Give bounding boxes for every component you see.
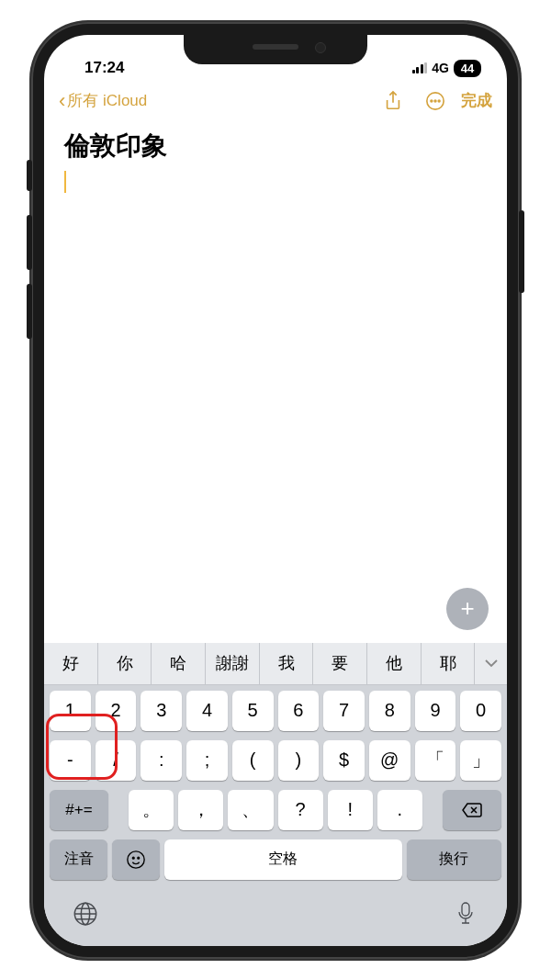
volume-up-button	[27, 215, 32, 270]
network-label: 4G	[432, 61, 449, 75]
key-exclaim[interactable]: !	[328, 790, 373, 830]
suggestion-item[interactable]: 他	[367, 643, 422, 684]
suggestion-item[interactable]: 耶	[422, 643, 476, 684]
emoji-icon	[126, 850, 146, 870]
status-time: 17:24	[70, 59, 124, 77]
key-6[interactable]: 6	[278, 691, 320, 731]
key-rbracket[interactable]: 」	[460, 740, 501, 781]
power-button	[519, 210, 524, 293]
share-icon	[383, 90, 403, 112]
keyboard: 好 你 哈 謝謝 我 要 他 耶 1 2 3 4 5 6	[44, 643, 507, 946]
notch	[184, 35, 367, 64]
key-enumeration[interactable]: 、	[228, 790, 273, 830]
backspace-icon	[461, 802, 483, 818]
chevron-left-icon: ‹	[59, 89, 65, 113]
suggestion-expand[interactable]	[475, 643, 507, 684]
signal-icon	[412, 62, 428, 73]
key-colon[interactable]: :	[141, 740, 182, 781]
phone-frame: 17:24 4G 44 ‹ 所有 iCloud	[31, 22, 520, 959]
return-key[interactable]: 換行	[407, 839, 501, 880]
key-period-cjk[interactable]: 。	[129, 790, 174, 830]
back-button[interactable]: ‹ 所有 iCloud	[59, 89, 147, 113]
volume-down-button	[27, 284, 32, 339]
key-lbracket[interactable]: 「	[415, 740, 456, 781]
key-question[interactable]: ?	[278, 790, 323, 830]
key-dot[interactable]: .	[377, 790, 422, 830]
add-button[interactable]: +	[446, 588, 489, 630]
key-dollar[interactable]: $	[323, 740, 365, 781]
keyboard-row-1: 1 2 3 4 5 6 7 8 9 0	[48, 691, 503, 731]
note-editor[interactable]: 倫敦印象 +	[44, 123, 507, 643]
key-rparen[interactable]: )	[278, 740, 320, 781]
key-comma-cjk[interactable]: ，	[178, 790, 223, 830]
key-2[interactable]: 2	[96, 691, 137, 731]
suggestion-item[interactable]: 哈	[152, 643, 206, 684]
key-7[interactable]: 7	[323, 691, 365, 731]
key-at[interactable]: @	[369, 740, 410, 781]
key-3[interactable]: 3	[141, 691, 182, 731]
suggestion-item[interactable]: 你	[98, 643, 152, 684]
dictation-button[interactable]	[452, 900, 479, 928]
globe-icon	[73, 901, 98, 927]
ellipsis-circle-icon	[425, 90, 445, 112]
key-semicolon[interactable]: ;	[186, 740, 228, 781]
key-5[interactable]: 5	[232, 691, 274, 731]
key-slash[interactable]: /	[96, 740, 137, 781]
more-button[interactable]	[419, 84, 452, 118]
key-8[interactable]: 8	[369, 691, 410, 731]
keyboard-row-4: 注音 空格 換行	[48, 839, 503, 880]
keyboard-row-2: - / : ; ( ) $ @ 「 」	[48, 740, 503, 781]
plus-icon: +	[460, 594, 474, 623]
input-method-key[interactable]: 注音	[50, 839, 107, 880]
svg-point-1	[431, 100, 433, 102]
svg-point-2	[434, 100, 436, 102]
key-4[interactable]: 4	[186, 691, 228, 731]
svg-point-5	[132, 857, 134, 859]
suggestion-item[interactable]: 謝謝	[206, 643, 260, 684]
keyboard-row-3: #+= 。 ， 、 ? ! .	[48, 790, 503, 830]
text-cursor	[64, 171, 66, 193]
key-9[interactable]: 9	[415, 691, 456, 731]
note-title: 倫敦印象	[64, 129, 487, 163]
share-button[interactable]	[377, 84, 410, 118]
done-button[interactable]: 完成	[461, 90, 492, 111]
globe-button[interactable]	[72, 900, 99, 928]
svg-point-6	[138, 857, 140, 859]
key-1[interactable]: 1	[50, 691, 91, 731]
space-key[interactable]: 空格	[164, 839, 402, 880]
symbols-key[interactable]: #+=	[50, 790, 108, 830]
chevron-down-icon	[484, 659, 499, 668]
microphone-icon	[455, 901, 476, 927]
battery-indicator: 44	[454, 60, 481, 77]
key-dash[interactable]: -	[50, 740, 91, 781]
svg-point-4	[128, 850, 144, 867]
suggestion-bar: 好 你 哈 謝謝 我 要 他 耶	[44, 643, 507, 685]
silence-switch	[27, 160, 32, 191]
delete-key[interactable]	[443, 790, 501, 830]
svg-point-3	[438, 100, 440, 102]
back-label: 所有 iCloud	[67, 90, 147, 111]
navigation-bar: ‹ 所有 iCloud 完成	[44, 79, 507, 123]
phone-screen: 17:24 4G 44 ‹ 所有 iCloud	[44, 35, 507, 946]
key-lparen[interactable]: (	[232, 740, 274, 781]
key-0[interactable]: 0	[460, 691, 501, 731]
suggestion-item[interactable]: 好	[44, 643, 98, 684]
emoji-key[interactable]	[112, 839, 160, 880]
suggestion-item[interactable]: 要	[313, 643, 367, 684]
svg-rect-9	[462, 903, 469, 916]
keyboard-footer	[44, 895, 507, 946]
suggestion-item[interactable]: 我	[260, 643, 314, 684]
